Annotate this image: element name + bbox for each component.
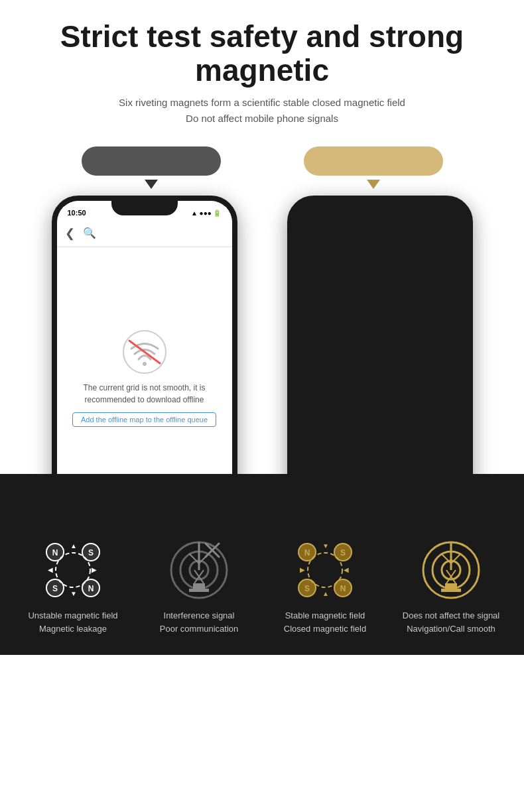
- subtitle-line2: Do not affect mobile phone signals: [186, 113, 338, 124]
- svg-point-40: [308, 553, 342, 587]
- svg-text:▶: ▶: [92, 566, 97, 573]
- left-phone-notch: [111, 201, 178, 215]
- svg-rect-28: [193, 583, 205, 589]
- pill-arrow-dark: [145, 180, 158, 189]
- unstable-magnet-label: Unstable magnetic field Magnetic leakage: [28, 609, 117, 635]
- svg-point-1: [143, 362, 147, 366]
- stable-magnet-icon: N S S N ▶ ◀ ▼ ▲: [295, 540, 355, 600]
- svg-text:S: S: [52, 584, 58, 593]
- subtitle-line1: Six riveting magnets form a scientific s…: [119, 97, 405, 108]
- pill-arrow-gold: [367, 180, 380, 189]
- bottom-section: N S S N ◀ ▶ ▲ ▼ Unstable magnetic field: [0, 474, 524, 655]
- svg-point-15: [56, 553, 90, 587]
- icon-item-unstable-magnet: N S S N ◀ ▶ ▲ ▼ Unstable magnetic field: [17, 540, 129, 635]
- svg-text:N: N: [88, 584, 94, 593]
- back-icon[interactable]: ❮: [65, 226, 75, 241]
- left-status-time: 10:50: [68, 209, 86, 217]
- left-phone-outer: 10:50 ▲ ●●● 🔋 ❮ 🔍: [52, 196, 237, 514]
- pill-right-container: [304, 146, 443, 189]
- svg-rect-53: [445, 583, 457, 589]
- svg-text:▼: ▼: [70, 590, 77, 597]
- left-status-icons: ▲ ●●● 🔋: [191, 209, 222, 217]
- offline-content: The current grid is not smooth, it is re…: [57, 247, 232, 508]
- interference-label: Interference signal Poor communication: [160, 609, 239, 635]
- right-phone-outer: 14:04 ▲ ●●● 4G 🔋 ↱ After 66 meters Unkno…: [287, 196, 473, 514]
- svg-text:S: S: [88, 548, 94, 557]
- svg-text:S: S: [340, 548, 346, 557]
- bottom-curve: [0, 474, 524, 527]
- svg-text:S: S: [304, 584, 310, 593]
- pills-row: [0, 127, 524, 189]
- unstable-magnet-icon: N S S N ◀ ▶ ▲ ▼: [43, 540, 103, 600]
- offline-text: The current grid is not smooth, it is re…: [70, 382, 219, 406]
- left-phone: 10:50 ▲ ●●● 🔋 ❮ 🔍: [52, 196, 237, 514]
- top-section: Strict test safety and strong magnetic S…: [0, 0, 524, 127]
- left-topbar: ❮ 🔍: [57, 219, 232, 247]
- search-icon[interactable]: 🔍: [83, 227, 96, 239]
- right-phone: 14:04 ▲ ●●● 4G 🔋 ↱ After 66 meters Unkno…: [287, 196, 473, 514]
- pill-left-container: [82, 146, 221, 189]
- subtitle: Six riveting magnets form a scientific s…: [27, 95, 497, 127]
- interference-icon: [169, 540, 229, 600]
- clear-signal-icon: [421, 540, 481, 600]
- svg-text:N: N: [304, 548, 310, 557]
- svg-text:▼: ▼: [322, 542, 329, 550]
- left-phone-screen: 10:50 ▲ ●●● 🔋 ❮ 🔍: [57, 201, 232, 508]
- wifi-off-icon: [121, 329, 168, 375]
- pill-dark: [82, 146, 221, 176]
- clear-signal-label: Does not affect the signal Navigation/Ca…: [403, 609, 499, 635]
- icon-item-stable-magnet: N S S N ▶ ◀ ▼ ▲ Stable magnetic field: [269, 540, 381, 635]
- svg-text:◀: ◀: [48, 566, 53, 573]
- icon-item-clear-signal: Does not affect the signal Navigation/Ca…: [395, 540, 507, 635]
- svg-text:N: N: [340, 584, 346, 593]
- svg-text:N: N: [52, 548, 58, 557]
- right-phone-notch: [347, 201, 413, 215]
- stable-magnet-label: Stable magnetic field Closed magnetic fi…: [284, 609, 366, 635]
- svg-text:▲: ▲: [70, 542, 77, 550]
- icon-item-interference: Interference signal Poor communication: [143, 540, 255, 635]
- svg-rect-54: [441, 589, 461, 592]
- phones-row: 10:50 ▲ ●●● 🔋 ❮ 🔍: [0, 189, 524, 514]
- svg-text:◀: ◀: [344, 566, 349, 573]
- pill-gold: [304, 146, 443, 176]
- main-title: Strict test safety and strong magnetic: [27, 20, 497, 87]
- offline-link[interactable]: Add the offline map to the offline queue: [72, 412, 216, 427]
- svg-text:▶: ▶: [300, 566, 305, 573]
- svg-text:▲: ▲: [322, 590, 329, 597]
- svg-rect-29: [189, 589, 209, 592]
